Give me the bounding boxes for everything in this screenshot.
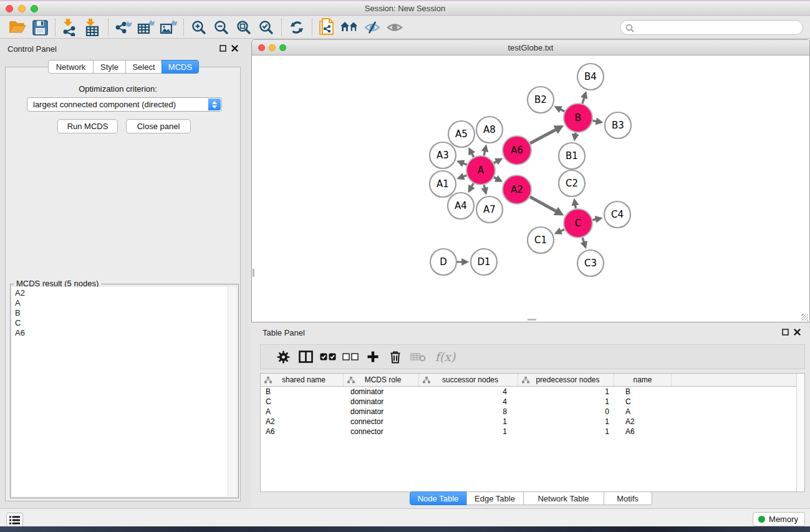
table-cell[interactable]: 1: [518, 397, 614, 406]
first-neighbors-button[interactable]: [339, 17, 361, 37]
float-panel-icon[interactable]: [219, 45, 226, 52]
table-row[interactable]: Adominator80A: [261, 407, 804, 417]
table-vertical-scrollbar[interactable]: [796, 374, 804, 491]
graph-node-C[interactable]: C: [564, 209, 592, 238]
zoom-fit-button[interactable]: [233, 17, 255, 37]
table-row[interactable]: A6connector11A6: [261, 427, 804, 437]
column-header-shared-name[interactable]: shared name: [261, 374, 344, 386]
close-panel-button[interactable]: Close panel: [126, 119, 191, 133]
graph-edge-A-A1[interactable]: [459, 175, 466, 178]
graph-node-B4[interactable]: B4: [577, 64, 604, 90]
result-list-scrollbar[interactable]: [228, 287, 237, 496]
tab-network-table[interactable]: Network Table: [523, 491, 604, 505]
result-list-item[interactable]: A6: [15, 328, 228, 338]
table-cell[interactable]: B: [261, 387, 344, 396]
zoom-selected-button[interactable]: [255, 17, 277, 37]
graph-node-A1[interactable]: A1: [430, 171, 456, 197]
tab-node-table[interactable]: Node Table: [410, 491, 467, 505]
float-panel-icon[interactable]: [782, 329, 789, 336]
graph-edge-B-B2[interactable]: [556, 107, 564, 111]
graph-node-C1[interactable]: C1: [528, 227, 554, 253]
table-cell[interactable]: 1: [518, 387, 614, 396]
table-cell[interactable]: A: [614, 407, 672, 416]
table-cell[interactable]: dominator: [344, 407, 419, 416]
table-cell[interactable]: A6: [614, 427, 672, 436]
run-mcds-button[interactable]: Run MCDS: [57, 119, 118, 133]
window-resize-grip[interactable]: [801, 314, 808, 321]
graph-node-A7[interactable]: A7: [476, 196, 503, 223]
graph-node-B3[interactable]: B3: [605, 112, 631, 138]
graph-node-B[interactable]: B: [564, 104, 592, 132]
graph-node-C3[interactable]: C3: [577, 250, 604, 276]
table-cell[interactable]: connector: [344, 427, 419, 436]
table-cell[interactable]: dominator: [344, 387, 419, 396]
graph-edge-C-C3[interactable]: [582, 238, 585, 246]
graph-node-C2[interactable]: C2: [559, 170, 585, 196]
export-network-button[interactable]: [112, 17, 135, 37]
graph-node-A4[interactable]: A4: [448, 193, 474, 219]
graph-edge-C-C1[interactable]: [557, 230, 565, 233]
table-cell[interactable]: A6: [261, 427, 344, 436]
table-cell[interactable]: 0: [518, 407, 614, 416]
graph-node-A3[interactable]: A3: [430, 142, 456, 168]
tab-edge-table[interactable]: Edge Table: [466, 491, 524, 505]
export-image-button[interactable]: [157, 17, 180, 37]
table-cell[interactable]: A: [261, 407, 344, 416]
delete-column-button[interactable]: [384, 347, 407, 367]
graph-edge-C-C4[interactable]: [592, 218, 600, 220]
table-row[interactable]: Bdominator41B: [261, 387, 804, 397]
memory-button[interactable]: Memory: [753, 512, 805, 526]
refresh-network-button[interactable]: [286, 17, 308, 37]
search-input[interactable]: [637, 21, 799, 34]
graph-edge-A-A8[interactable]: [484, 147, 486, 155]
column-header-mcds-role[interactable]: MCDS role: [344, 374, 419, 386]
graph-edge-B-B4[interactable]: [582, 94, 586, 104]
graph-node-A5[interactable]: A5: [448, 121, 475, 147]
result-list-item[interactable]: C: [15, 318, 228, 328]
new-network-from-selection-button[interactable]: [316, 17, 339, 37]
graph-node-A2[interactable]: A2: [503, 175, 531, 204]
table-cell[interactable]: 1: [518, 417, 614, 426]
import-network-button[interactable]: [59, 17, 82, 37]
table-cell[interactable]: C: [614, 397, 672, 406]
graph-edge-C-C2[interactable]: [574, 201, 576, 209]
table-cell[interactable]: 4: [419, 387, 518, 396]
tab-motifs[interactable]: Motifs: [604, 491, 652, 505]
table-cell[interactable]: 1: [419, 427, 518, 436]
tab-mcds[interactable]: MCDS: [162, 60, 199, 74]
result-list-item[interactable]: A: [15, 298, 228, 308]
table-cell[interactable]: 1: [419, 417, 518, 426]
column-header-successor-nodes[interactable]: successor nodes: [419, 374, 518, 386]
network-window-titlebar[interactable]: testGlobe.txt: [252, 40, 809, 56]
add-column-button[interactable]: [362, 347, 384, 367]
zoom-out-button[interactable]: [210, 17, 233, 37]
graph-edge-A2-C[interactable]: [530, 197, 561, 214]
export-table-button[interactable]: [135, 17, 157, 37]
criterion-dropdown[interactable]: largest connected component (directed): [27, 97, 222, 112]
tab-style[interactable]: Style: [93, 60, 126, 74]
table-row[interactable]: A2connector11A2: [261, 417, 804, 427]
hide-selected-button[interactable]: [361, 17, 383, 37]
graph-node-B2[interactable]: B2: [528, 87, 554, 113]
graph-edge-B-B3[interactable]: [593, 120, 601, 122]
graph-edge-A-A3[interactable]: [459, 162, 467, 165]
graph-node-D[interactable]: D: [430, 249, 456, 275]
close-panel-icon[interactable]: [794, 329, 801, 336]
graph-edge-A-A4[interactable]: [470, 183, 474, 191]
table-cell[interactable]: dominator: [344, 397, 419, 406]
table-settings-button[interactable]: [272, 347, 294, 367]
network-graph-canvas[interactable]: B4B2BB3A8A5A6A3B1AC2A1A2A4A7C4CC1DD1C3: [252, 56, 809, 322]
result-list-item[interactable]: A2: [15, 288, 228, 298]
select-all-button[interactable]: [317, 347, 339, 367]
graph-node-A8[interactable]: A8: [476, 117, 503, 143]
graph-edge-A-A6[interactable]: [494, 159, 501, 163]
graph-edge-B-B1[interactable]: [575, 133, 576, 139]
table-cell[interactable]: 4: [419, 397, 518, 406]
show-all-button[interactable]: [383, 17, 406, 37]
column-header-name[interactable]: name: [614, 374, 672, 386]
open-session-button[interactable]: [6, 17, 29, 37]
table-cell[interactable]: B: [614, 387, 672, 396]
import-table-button[interactable]: [82, 17, 104, 37]
graph-node-A[interactable]: A: [466, 156, 495, 185]
tab-select[interactable]: Select: [125, 60, 162, 74]
